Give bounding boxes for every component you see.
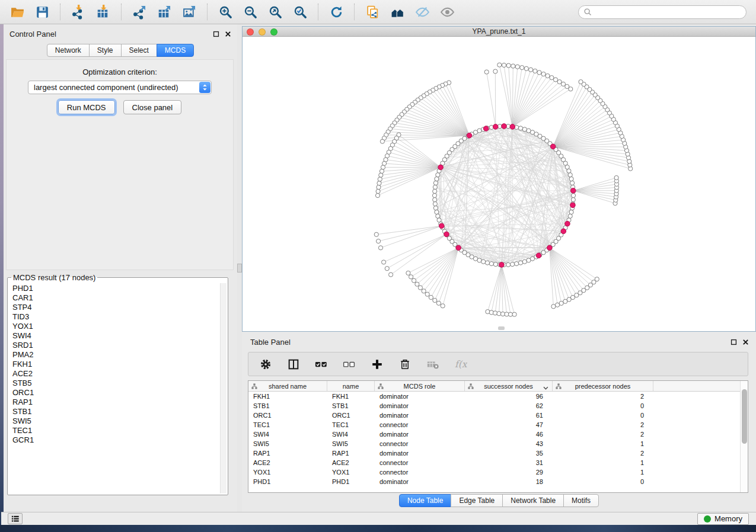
add-row-button[interactable] bbox=[371, 358, 384, 371]
export-network-button[interactable] bbox=[130, 2, 149, 21]
tab-node-table[interactable]: Node Table bbox=[399, 494, 452, 507]
network-node[interactable] bbox=[524, 66, 528, 70]
network-node[interactable] bbox=[382, 260, 386, 264]
tab-edge-table[interactable]: Edge Table bbox=[451, 494, 503, 507]
tab-network[interactable]: Network bbox=[47, 44, 90, 57]
network-node[interactable] bbox=[493, 262, 497, 267]
mcds-list-scrollbar[interactable] bbox=[220, 283, 227, 493]
mcds-result-item[interactable]: YOX1 bbox=[12, 322, 223, 331]
save-button[interactable] bbox=[33, 2, 52, 21]
mcds-result-item[interactable]: PHD1 bbox=[12, 284, 223, 293]
mcds-result-item[interactable]: SWI5 bbox=[12, 416, 223, 426]
table-row[interactable]: RAP1RAP1dominator352 bbox=[248, 448, 740, 458]
column-header-successor-nodes[interactable]: successor nodes bbox=[465, 381, 553, 391]
network-node[interactable] bbox=[412, 278, 416, 283]
network-node[interactable] bbox=[409, 275, 413, 279]
network-node[interactable] bbox=[377, 239, 381, 243]
delete-row-button[interactable] bbox=[398, 358, 412, 371]
run-mcds-button[interactable]: Run MCDS bbox=[58, 100, 115, 114]
table-scrollbar-thumb[interactable] bbox=[742, 389, 747, 444]
tab-style[interactable]: Style bbox=[89, 44, 122, 57]
export-image-button[interactable] bbox=[180, 2, 199, 21]
mcds-hub-node[interactable] bbox=[570, 188, 576, 194]
mcds-hub-node[interactable] bbox=[483, 126, 489, 132]
network-node[interactable] bbox=[570, 181, 575, 185]
open-file-button[interactable] bbox=[8, 2, 27, 21]
table-row[interactable]: TEC1TEC1connector472 bbox=[248, 420, 740, 430]
network-node[interactable] bbox=[550, 76, 554, 80]
network-node[interactable] bbox=[493, 69, 497, 73]
memory-button[interactable]: Memory bbox=[697, 513, 749, 525]
close-table-panel-icon[interactable] bbox=[742, 339, 749, 345]
network-node[interactable] bbox=[506, 262, 511, 267]
mcds-result-item[interactable]: STP4 bbox=[12, 303, 223, 312]
network-node[interactable] bbox=[518, 126, 522, 130]
network-node[interactable] bbox=[481, 259, 486, 264]
first-neighbors-button[interactable] bbox=[388, 2, 407, 21]
network-node[interactable] bbox=[378, 177, 382, 181]
column-header-shared-name[interactable]: shared name bbox=[248, 381, 327, 391]
network-node[interactable] bbox=[433, 206, 438, 210]
network-node[interactable] bbox=[553, 78, 557, 82]
network-node[interactable] bbox=[433, 198, 437, 202]
mcds-hub-node[interactable] bbox=[439, 223, 445, 229]
hide-selected-button[interactable] bbox=[413, 2, 432, 21]
table-row[interactable]: FKH1FKH1dominator962 bbox=[248, 392, 740, 401]
network-node[interactable] bbox=[571, 193, 575, 197]
zoom-selected-button[interactable] bbox=[291, 2, 310, 21]
network-node[interactable] bbox=[378, 246, 382, 250]
show-all-button[interactable] bbox=[438, 2, 457, 21]
settings-button[interactable] bbox=[259, 358, 272, 371]
network-node[interactable] bbox=[595, 277, 599, 281]
network-node[interactable] bbox=[546, 73, 550, 78]
toggle-columns-button[interactable] bbox=[287, 358, 300, 371]
select-all-button[interactable] bbox=[315, 358, 328, 371]
mcds-result-item[interactable]: TEC1 bbox=[12, 426, 223, 435]
deselect-all-button[interactable] bbox=[343, 358, 356, 371]
zoom-in-button[interactable] bbox=[216, 2, 235, 21]
export-table-button[interactable] bbox=[155, 2, 174, 21]
tab-mcds[interactable]: MCDS bbox=[157, 44, 194, 57]
column-header-mcds-role[interactable]: MCDS role bbox=[375, 381, 465, 391]
mcds-hub-node[interactable] bbox=[502, 124, 507, 129]
mcds-hub-node[interactable] bbox=[444, 232, 449, 237]
mcds-hub-node[interactable] bbox=[550, 144, 556, 149]
network-from-selection-button[interactable] bbox=[363, 2, 382, 21]
network-node[interactable] bbox=[518, 261, 522, 265]
network-node[interactable] bbox=[569, 177, 573, 181]
mcds-result-item[interactable]: STB1 bbox=[12, 407, 223, 416]
network-graph[interactable] bbox=[243, 37, 755, 331]
mcds-result-item[interactable]: TID3 bbox=[12, 312, 223, 322]
table-row[interactable]: ACE2ACE2connector311 bbox=[248, 458, 740, 467]
mcds-hub-node[interactable] bbox=[438, 165, 444, 170]
search-box[interactable] bbox=[578, 5, 747, 19]
network-node[interactable] bbox=[529, 68, 533, 72]
mcds-result-item[interactable]: SRD1 bbox=[12, 341, 223, 350]
network-node[interactable] bbox=[614, 175, 618, 180]
criterion-select[interactable]: largest connected component (undirected) bbox=[28, 81, 212, 94]
network-node[interactable] bbox=[379, 169, 384, 173]
mcds-hub-node[interactable] bbox=[536, 253, 541, 258]
network-node[interactable] bbox=[522, 127, 527, 132]
network-node[interactable] bbox=[433, 181, 438, 185]
import-network-button[interactable] bbox=[69, 2, 88, 21]
table-row[interactable]: PHD1PHD1dominator180 bbox=[248, 477, 740, 486]
mcds-result-item[interactable]: PMA2 bbox=[12, 350, 223, 360]
close-window-button[interactable] bbox=[247, 28, 254, 36]
network-node[interactable] bbox=[506, 63, 511, 68]
network-node[interactable] bbox=[568, 214, 572, 218]
panel-splitter[interactable] bbox=[237, 24, 242, 512]
network-node[interactable] bbox=[559, 301, 563, 305]
network-node[interactable] bbox=[376, 189, 380, 193]
tab-network-table[interactable]: Network Table bbox=[502, 494, 564, 507]
network-node[interactable] bbox=[385, 267, 389, 271]
network-node[interactable] bbox=[497, 63, 502, 67]
table-row[interactable]: ORC1ORC1dominator610 bbox=[248, 411, 740, 420]
network-node[interactable] bbox=[406, 271, 410, 275]
tab-select[interactable]: Select bbox=[121, 44, 157, 57]
network-node[interactable] bbox=[441, 304, 445, 308]
network-node[interactable] bbox=[436, 173, 440, 177]
zoom-fit-button[interactable] bbox=[266, 2, 285, 21]
network-node[interactable] bbox=[433, 298, 437, 302]
column-header-name[interactable]: name bbox=[327, 381, 375, 391]
